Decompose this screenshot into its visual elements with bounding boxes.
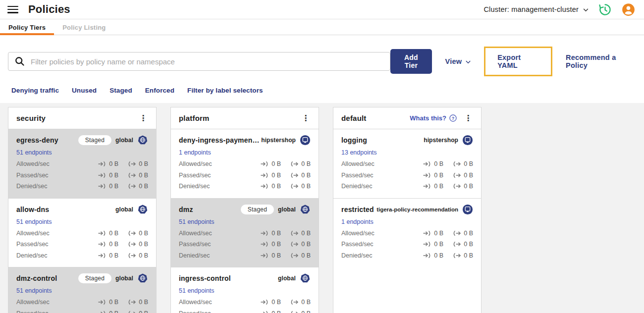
export-yaml-button[interactable]: Export YAML <box>497 53 539 69</box>
global-icon <box>300 204 311 215</box>
policy-card-ingress-control[interactable]: ingress-control global 51 endpoints Allo… <box>171 267 319 313</box>
quick-filter-enforced[interactable]: Enforced <box>145 87 174 94</box>
namespace-icon <box>462 204 473 215</box>
endpoints-link[interactable]: 51 endpoints <box>16 149 52 156</box>
ingress-arrow-icon <box>261 311 269 313</box>
cluster-selector[interactable]: Cluster: management-cluster <box>483 5 589 13</box>
endpoints-link[interactable]: 51 endpoints <box>16 287 52 294</box>
metric-ingress-value: 0 B <box>89 310 118 313</box>
tier-column-default: default Whats this? ? ⋮ logging hipsters… <box>333 107 482 313</box>
policy-card-restricted[interactable]: restricted tigera-policy-recommendation … <box>333 198 481 267</box>
metric-ingress-value: 0 B <box>251 160 281 167</box>
endpoints-link[interactable]: 51 endpoints <box>179 218 215 225</box>
metric-ingress-value: 0 B <box>414 172 443 179</box>
policy-card-dmz[interactable]: dmz Stagedglobal 51 endpoints Allowed/se… <box>171 198 319 267</box>
egress-arrow-icon <box>128 183 136 189</box>
page-title: Policies <box>28 3 70 16</box>
metric-label: Passed/sec <box>341 172 414 179</box>
search-input[interactable] <box>8 52 390 71</box>
policy-scope: global <box>115 275 133 282</box>
egress-arrow-icon <box>128 241 136 247</box>
metric-ingress-value: 0 B <box>251 252 281 259</box>
policy-scope: tigera-policy-recommendation <box>376 207 458 212</box>
egress-arrow-icon <box>128 253 136 259</box>
egress-arrow-icon <box>290 172 299 178</box>
kebab-menu-icon[interactable]: ⋮ <box>138 114 148 122</box>
endpoints-link[interactable]: 1 endpoints <box>179 149 211 156</box>
tab-policy-listing[interactable]: Policy Listing <box>54 19 114 35</box>
metric-row: Passed/sec 0 B 0 B <box>179 239 311 250</box>
ingress-arrow-icon <box>261 230 269 236</box>
policy-card-egress-deny[interactable]: egress-deny Stagedglobal 51 endpoints Al… <box>8 129 156 198</box>
chevron-down-icon <box>583 5 589 13</box>
quick-filter-unused[interactable]: Unused <box>72 87 97 94</box>
egress-arrow-icon <box>453 183 461 189</box>
metric-label: Passed/sec <box>16 310 89 313</box>
ingress-arrow-icon <box>261 241 269 247</box>
policy-name: deny-ingress-paymentservi... <box>179 136 261 144</box>
global-icon <box>137 135 148 146</box>
tier-column-platform: platform ⋮ deny-ingress-paymentservi... … <box>170 107 319 313</box>
metric-label: Allowed/sec <box>16 230 89 237</box>
metric-row: Allowed/sec 0 B 0 B <box>16 228 148 239</box>
ingress-arrow-icon <box>98 253 107 259</box>
hamburger-menu-icon[interactable] <box>7 6 18 13</box>
metric-row: Allowed/sec 0 B 0 B <box>341 158 473 170</box>
metric-label: Passed/sec <box>341 241 414 248</box>
search-icon <box>14 56 25 68</box>
metric-ingress-value: 0 B <box>251 230 281 237</box>
metric-egress-value: 0 B <box>118 299 148 306</box>
metric-row: Passed/sec 0 B 0 B <box>16 170 148 181</box>
ingress-arrow-icon <box>423 183 431 189</box>
ingress-arrow-icon <box>423 230 431 236</box>
metric-egress-value: 0 B <box>118 230 148 237</box>
recommend-policy-button[interactable]: Recommend a Policy <box>566 53 634 69</box>
kebab-menu-icon[interactable]: ⋮ <box>301 114 311 122</box>
ingress-arrow-icon <box>98 161 107 167</box>
policy-card-deny-ingress-paymentservi[interactable]: deny-ingress-paymentservi... hipstershop… <box>171 129 319 198</box>
tier-title: default <box>341 114 367 122</box>
user-avatar-icon[interactable] <box>622 3 635 16</box>
top-bar: Policies Cluster: management-cluster <box>0 0 644 19</box>
ingress-arrow-icon <box>261 299 269 305</box>
egress-arrow-icon <box>453 172 461 178</box>
egress-arrow-icon <box>128 172 136 178</box>
policy-card-logging[interactable]: logging hipstershop 13 endpoints Allowed… <box>333 129 481 198</box>
metric-row: Passed/sec 0 B 0 B <box>341 170 473 181</box>
quick-filter-filter-by-label-selectors[interactable]: Filter by label selectors <box>187 87 263 94</box>
egress-arrow-icon <box>453 241 461 247</box>
metric-row: Denied/sec 0 B 0 B <box>179 181 311 192</box>
egress-arrow-icon <box>128 161 136 167</box>
global-icon <box>300 273 311 284</box>
egress-arrow-icon <box>128 230 136 236</box>
metric-ingress-value: 0 B <box>89 299 118 306</box>
endpoints-link[interactable]: 51 endpoints <box>179 287 215 294</box>
chevron-down-icon <box>466 57 471 65</box>
history-restore-icon[interactable] <box>598 3 612 16</box>
add-tier-button[interactable]: Add Tier <box>390 49 431 74</box>
metric-label: Denied/sec <box>179 252 251 259</box>
tier-header: platform ⋮ <box>171 107 319 129</box>
top-bar-right: Cluster: management-cluster <box>483 3 635 16</box>
metric-ingress-value: 0 B <box>414 183 443 190</box>
policy-name: allow-dns <box>16 206 49 213</box>
endpoints-link[interactable]: 13 endpoints <box>341 149 377 156</box>
whats-this-label: Whats this? <box>410 114 446 122</box>
policy-scope: hipstershop <box>424 137 458 144</box>
quick-filter-denying-traffic[interactable]: Denying traffic <box>11 87 59 94</box>
endpoints-link[interactable]: 51 endpoints <box>16 218 52 225</box>
policy-scope: hipstershop <box>261 137 296 144</box>
ingress-arrow-icon <box>98 299 107 305</box>
view-dropdown[interactable]: View <box>445 57 471 65</box>
whats-this-link[interactable]: Whats this? ? <box>410 114 457 122</box>
tab-policy-tiers[interactable]: Policy Tiers <box>0 19 54 35</box>
metric-ingress-value: 0 B <box>251 172 281 179</box>
kebab-menu-icon[interactable]: ⋮ <box>463 114 473 122</box>
policy-card-allow-dns[interactable]: allow-dns global 51 endpoints Allowed/se… <box>8 198 156 267</box>
policy-card-dmz-control[interactable]: dmz-control Stagedglobal 51 endpoints Al… <box>8 267 156 313</box>
quick-filter-staged[interactable]: Staged <box>109 87 132 94</box>
ingress-arrow-icon <box>98 183 107 189</box>
staged-badge: Staged <box>78 135 111 145</box>
endpoints-link[interactable]: 1 endpoints <box>341 218 374 225</box>
tab-bar: Policy TiersPolicy Listing <box>0 19 644 35</box>
